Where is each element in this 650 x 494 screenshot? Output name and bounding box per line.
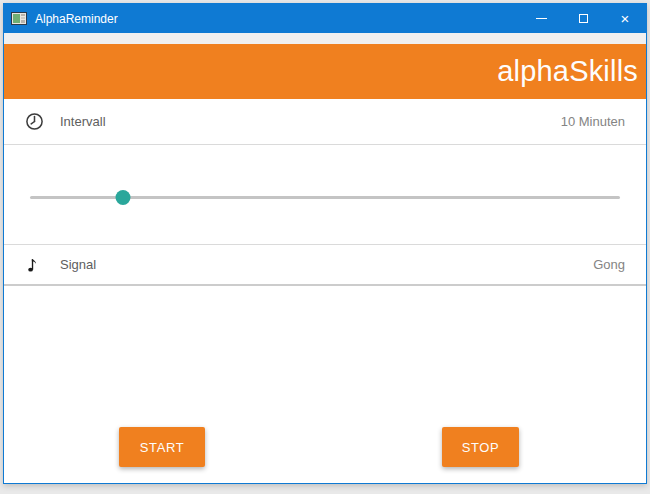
minimize-icon xyxy=(536,18,547,19)
interval-row[interactable]: Intervall 10 Minuten xyxy=(4,99,646,145)
window-title: AlphaReminder xyxy=(35,12,118,26)
titlebar[interactable]: AlphaReminder × xyxy=(4,4,646,33)
interval-slider-track[interactable] xyxy=(30,196,620,199)
interval-slider-section xyxy=(4,145,646,245)
app-window: AlphaReminder × alphaSkills Intervall 10… xyxy=(3,3,647,484)
slider-thumb[interactable] xyxy=(116,190,131,205)
music-note-icon xyxy=(24,255,44,275)
maximize-icon xyxy=(579,14,588,23)
signal-value: Gong xyxy=(593,257,625,272)
brand-banner: alphaSkills xyxy=(4,44,646,99)
menu-strip xyxy=(4,33,646,44)
interval-value: 10 Minuten xyxy=(561,114,625,129)
interval-label: Intervall xyxy=(60,114,106,129)
close-button[interactable]: × xyxy=(604,4,646,33)
stop-button[interactable]: STOP xyxy=(442,427,519,467)
action-area: START STOP xyxy=(4,286,646,483)
start-button[interactable]: START xyxy=(119,427,205,467)
clock-icon xyxy=(24,112,44,132)
app-icon xyxy=(11,12,27,25)
minimize-button[interactable] xyxy=(520,4,562,33)
signal-row[interactable]: Signal Gong xyxy=(4,245,646,286)
brand-text: alphaSkills xyxy=(497,55,638,88)
close-icon: × xyxy=(621,11,630,26)
maximize-button[interactable] xyxy=(562,4,604,33)
signal-label: Signal xyxy=(60,257,96,272)
